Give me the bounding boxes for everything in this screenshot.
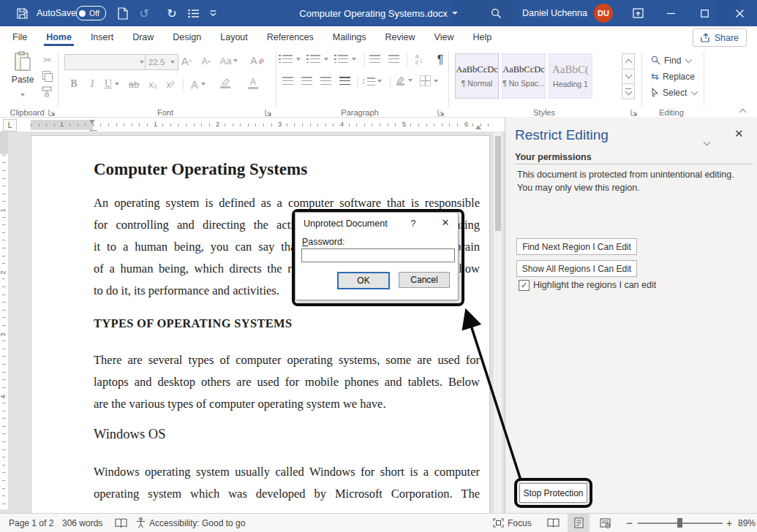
horizontal-ruler[interactable]: 1 1 2 3 4 5 6 [31, 120, 489, 130]
word-count[interactable]: 306 words [62, 514, 102, 532]
font-size-combo[interactable]: 22.5 [145, 54, 178, 70]
italic-icon[interactable]: I [86, 77, 98, 91]
clear-formatting-icon[interactable]: A [249, 53, 266, 68]
select-button[interactable]: Select [651, 85, 697, 100]
undo-icon[interactable]: ↺ [136, 0, 152, 26]
font-name-combo[interactable] [64, 54, 148, 70]
tab-references[interactable]: References [257, 26, 323, 48]
title-caret-icon[interactable] [452, 12, 458, 15]
borders-icon[interactable] [420, 75, 438, 86]
align-center-icon[interactable] [301, 77, 312, 85]
dialog-close-icon[interactable]: ✕ [437, 216, 453, 229]
paragraph-dialog-launcher[interactable] [437, 109, 445, 116]
user-name[interactable]: Daniel Uchenna [522, 0, 587, 26]
paste-button[interactable]: Paste [9, 51, 37, 104]
line-spacing-icon[interactable]: ↕ [361, 76, 382, 86]
copy-icon[interactable] [42, 71, 53, 81]
style-heading1[interactable]: AaBbC( Heading 1 [549, 53, 592, 99]
tab-layout[interactable]: Layout [211, 26, 257, 48]
bold-icon[interactable]: B [67, 77, 80, 91]
dialog-help-icon[interactable]: ? [407, 218, 419, 229]
document-page[interactable]: Computer Operating Systems An operating … [31, 135, 490, 514]
text-effects-icon[interactable]: A [187, 77, 209, 91]
vertical-scrollbar[interactable] [494, 132, 502, 513]
show-formatting-marks-icon[interactable]: ¶ [433, 52, 448, 68]
page-indicator[interactable]: Page 1 of 2 [9, 514, 53, 532]
styles-dialog-launcher[interactable] [630, 109, 638, 116]
increase-indent-icon[interactable] [388, 55, 399, 63]
stop-protection-button[interactable]: Stop Protection [519, 483, 587, 503]
doc-paragraph-line[interactable]: An operating system is defined as a comp… [94, 196, 480, 210]
focus-mode-button[interactable]: Focus [493, 514, 532, 532]
format-painter-icon[interactable] [42, 86, 53, 98]
grow-font-icon[interactable]: A˄ [178, 53, 195, 68]
cancel-button[interactable]: Cancel [399, 272, 450, 288]
clipboard-dialog-launcher[interactable] [48, 109, 56, 116]
shrink-font-icon[interactable]: A˅ [199, 55, 214, 68]
numbering-icon[interactable] [310, 55, 328, 63]
superscript-icon[interactable]: x² [162, 77, 178, 91]
sort-icon[interactable]: AZ ↓ [411, 52, 427, 68]
doc-paragraph-line[interactable]: laptops and desktop others are used for … [94, 375, 480, 390]
read-mode-button[interactable] [543, 514, 563, 532]
search-icon[interactable] [487, 0, 505, 26]
styles-scroll-down-icon[interactable] [622, 69, 635, 85]
cut-icon[interactable]: ✂ [40, 53, 55, 66]
ok-button[interactable]: OK [337, 272, 390, 289]
tab-home[interactable]: Home [37, 26, 81, 48]
right-indent-marker[interactable] [475, 125, 481, 129]
styles-scroll-up-icon[interactable] [622, 53, 635, 69]
styles-gallery-more-icon[interactable] [622, 83, 635, 99]
zoom-slider[interactable] [638, 514, 723, 532]
align-right-icon[interactable] [320, 77, 331, 85]
ribbon-display-options-icon[interactable] [628, 0, 648, 26]
tab-help[interactable]: Help [463, 26, 501, 48]
subscript-icon[interactable]: x₂ [145, 77, 161, 91]
scrollbar-thumb[interactable] [495, 136, 501, 231]
decrease-indent-icon[interactable] [369, 55, 380, 63]
redo-icon[interactable]: ↻ [164, 0, 180, 26]
maximize-button[interactable] [694, 0, 715, 26]
underline-icon[interactable]: U [101, 77, 123, 91]
password-input[interactable] [301, 248, 455, 262]
doc-paragraph-line[interactable]: There are several types of computer oper… [94, 353, 480, 368]
find-button[interactable]: Find [651, 53, 691, 68]
doc-paragraph-line[interactable]: operating system which was developed by … [94, 487, 480, 501]
avatar[interactable]: DU [594, 0, 613, 26]
pane-options-chevron-icon[interactable] [704, 134, 709, 148]
tab-view[interactable]: View [425, 26, 464, 48]
multilevel-list-icon[interactable] [338, 55, 356, 63]
style-normal[interactable]: AaBbCcDc ¶ Normal [455, 53, 499, 99]
tab-mailings[interactable]: Mailings [323, 26, 376, 48]
strikethrough-icon[interactable]: ab [126, 77, 142, 91]
doc-heading-windows[interactable]: Windows OS [94, 427, 165, 442]
tab-design[interactable]: Design [163, 26, 211, 48]
change-case-icon[interactable]: Aa [219, 53, 238, 68]
find-next-region-button[interactable]: Find Next Region I Can Edit [516, 238, 637, 255]
collapse-ribbon-icon[interactable] [740, 104, 745, 118]
shading-icon[interactable] [395, 75, 413, 86]
new-document-icon[interactable] [116, 0, 130, 26]
tab-selector[interactable]: L [3, 119, 17, 132]
minimize-button[interactable] [660, 0, 681, 26]
justify-icon[interactable] [339, 77, 350, 85]
doc-title[interactable]: Computer Operating Systems [94, 160, 307, 179]
pane-close-icon[interactable]: ✕ [734, 127, 744, 140]
bullet-list-icon[interactable] [186, 0, 202, 26]
save-icon[interactable] [15, 0, 29, 26]
align-left-icon[interactable] [282, 77, 293, 85]
tab-draw[interactable]: Draw [123, 26, 163, 48]
zoom-out-button[interactable]: − [626, 514, 633, 532]
autosave-toggle[interactable]: Off [76, 0, 106, 26]
replace-button[interactable]: ⇆ Replace [651, 69, 695, 84]
highlight-color-icon[interactable] [214, 75, 237, 91]
doc-paragraph-line[interactable]: Windows operating system usually called … [94, 465, 480, 479]
vertical-ruler[interactable]: 1 2 3 4 [0, 132, 8, 509]
tab-file[interactable]: File [3, 26, 37, 48]
qat-more-icon[interactable] [206, 0, 219, 26]
tab-insert[interactable]: Insert [81, 26, 123, 48]
zoom-slider-thumb[interactable] [677, 518, 682, 528]
web-layout-button[interactable] [594, 514, 616, 532]
style-no-spacing[interactable]: AaBbCcDc ¶ No Spac... [502, 53, 546, 99]
doc-heading-types[interactable]: TYPES OF OPERATING SYSTEMS [94, 316, 292, 331]
